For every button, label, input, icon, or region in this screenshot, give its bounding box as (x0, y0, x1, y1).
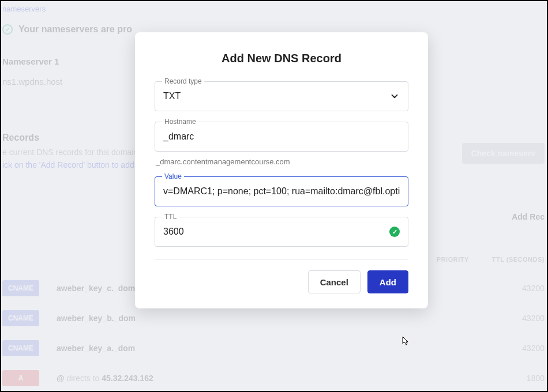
hostname-helper: _dmarc.contentmanagementcourse.com (156, 157, 408, 166)
value-label: Value (162, 172, 184, 180)
ttl-field[interactable]: TTL (155, 217, 408, 247)
record-type-value: TXT (163, 91, 389, 101)
divider (155, 259, 408, 260)
cancel-button[interactable]: Cancel (308, 270, 361, 293)
hostname-label: Hostname (162, 118, 198, 126)
modal-actions: Cancel Add (155, 270, 408, 293)
ttl-input[interactable] (163, 227, 389, 237)
record-type-label: Record type (162, 77, 204, 85)
value-field[interactable]: Value (155, 176, 408, 206)
add-dns-record-modal: Add New DNS Record Record type TXT Hostn… (135, 32, 428, 308)
record-type-select[interactable]: Record type TXT (155, 81, 408, 111)
check-circle-icon (389, 227, 400, 237)
hostname-field[interactable]: Hostname (155, 122, 408, 152)
ttl-label: TTL (162, 213, 179, 221)
hostname-input[interactable] (163, 131, 400, 142)
value-input[interactable] (163, 186, 400, 197)
chevron-down-icon (389, 91, 400, 101)
modal-title: Add New DNS Record (155, 52, 408, 65)
add-button[interactable]: Add (367, 270, 408, 293)
